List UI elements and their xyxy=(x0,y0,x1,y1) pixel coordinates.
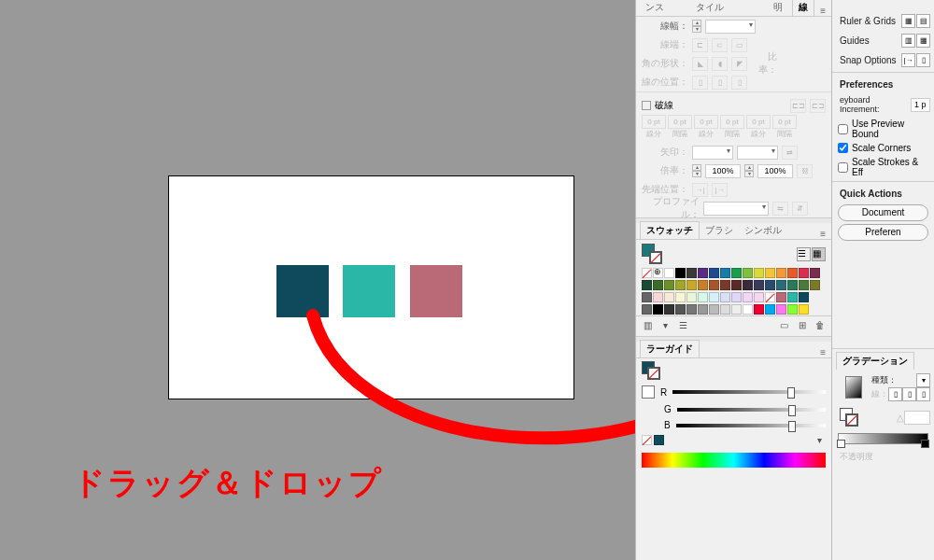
swatch[interactable] xyxy=(743,268,753,278)
tab-appearance[interactable]: アピアランス xyxy=(640,0,690,16)
swatch[interactable] xyxy=(698,280,708,290)
panel-menu-icon[interactable]: ≡ xyxy=(814,6,831,16)
swatch[interactable] xyxy=(810,280,820,290)
swatch[interactable] xyxy=(653,268,663,278)
swatch[interactable] xyxy=(731,280,742,290)
swatch[interactable] xyxy=(664,268,674,278)
chk-scale-strokes[interactable]: Scale Strokes & Eff xyxy=(832,155,934,179)
grid-toggle-icon[interactable]: ▤ xyxy=(916,14,930,28)
swatch[interactable] xyxy=(664,280,674,290)
swatch[interactable] xyxy=(642,268,652,278)
dash-input[interactable]: 0 pt xyxy=(642,115,666,129)
gradient-angle-input[interactable] xyxy=(904,411,930,425)
swatch[interactable] xyxy=(754,268,764,278)
swatch[interactable] xyxy=(765,268,775,278)
gradient-type-select[interactable]: ▾ xyxy=(916,373,930,387)
tab-swatches[interactable]: スウォッチ xyxy=(640,221,700,239)
swatch[interactable] xyxy=(686,292,697,302)
scale-a-stepper[interactable]: ▴▾ xyxy=(692,164,701,177)
swatch[interactable] xyxy=(720,280,730,290)
swatch[interactable] xyxy=(765,292,775,302)
swatch[interactable] xyxy=(642,280,652,290)
swatch[interactable] xyxy=(698,268,708,278)
grad-fill-stroke[interactable] xyxy=(840,408,858,427)
color-fill-stroke[interactable] xyxy=(642,361,660,380)
swatch[interactable] xyxy=(776,280,786,290)
swatch[interactable] xyxy=(720,304,730,315)
swatch[interactable] xyxy=(653,280,663,290)
align-inside-icon[interactable]: ▯ xyxy=(712,76,728,90)
hue-spectrum[interactable] xyxy=(642,453,826,468)
swatch[interactable] xyxy=(799,304,809,315)
gradient-preview[interactable] xyxy=(845,376,862,399)
corner-miter-icon[interactable]: ◣ xyxy=(692,57,708,71)
stroke-weight-stepper[interactable]: ▴▾ xyxy=(692,20,701,33)
swatch[interactable] xyxy=(743,292,753,302)
swatch[interactable] xyxy=(776,268,786,278)
dash-preserve-icon[interactable]: ⊏⊐ xyxy=(790,99,806,113)
grad-stroke-across-icon[interactable]: ▯ xyxy=(916,387,930,401)
tip-place-icon[interactable]: |→ xyxy=(712,183,728,197)
align-center-icon[interactable]: ▯ xyxy=(692,76,708,90)
guides-lock-icon[interactable]: ▦ xyxy=(916,34,930,48)
tab-gradient[interactable]: グラデーション xyxy=(836,352,914,370)
swatch[interactable] xyxy=(787,292,798,302)
swatch[interactable] xyxy=(709,268,719,278)
swatch[interactable] xyxy=(653,304,663,315)
swatch-list-view-icon[interactable]: ☰ xyxy=(797,247,811,261)
scale-b-input[interactable]: 100% xyxy=(757,164,793,178)
swatch[interactable] xyxy=(765,304,775,315)
swatch[interactable] xyxy=(787,280,798,290)
corner-bevel-icon[interactable]: ◤ xyxy=(731,57,747,71)
swatch[interactable] xyxy=(743,280,753,290)
new-color-group-icon[interactable]: ▭ xyxy=(778,320,790,332)
stroke-swatch[interactable] xyxy=(845,413,858,427)
dash-input[interactable]: 0 pt xyxy=(694,115,718,129)
color-none-swatch[interactable] xyxy=(642,435,652,445)
cap-round-icon[interactable]: ⊂ xyxy=(712,38,728,52)
fill-stroke-indicator[interactable] xyxy=(642,244,662,264)
swatch[interactable] xyxy=(698,292,708,302)
slider-r[interactable] xyxy=(672,390,826,394)
chk-scale-corners[interactable]: Scale Corners xyxy=(832,141,934,155)
guides-show-icon[interactable]: ▥ xyxy=(901,34,915,48)
swatch[interactable] xyxy=(675,268,686,278)
swatch-kind-menu-icon[interactable]: ▾ xyxy=(659,320,672,332)
color-current-swatch[interactable] xyxy=(654,435,664,445)
delete-swatch-icon[interactable]: 🗑 xyxy=(814,320,826,332)
swatch[interactable] xyxy=(642,304,652,315)
corner-round-icon[interactable]: ◖ xyxy=(712,57,728,71)
swatch[interactable] xyxy=(720,268,730,278)
swatch[interactable] xyxy=(686,268,697,278)
shape-square-2[interactable] xyxy=(343,265,395,317)
tab-brushes[interactable]: ブラシ xyxy=(700,222,739,239)
swatch[interactable] xyxy=(675,280,686,290)
grad-stroke-along-icon[interactable]: ▯ xyxy=(902,387,916,401)
profile-flip-v-icon[interactable]: ⇵ xyxy=(792,202,808,216)
stroke-weight-input[interactable] xyxy=(705,20,756,34)
artboard[interactable] xyxy=(168,175,574,399)
document-setup-button[interactable]: Document xyxy=(838,204,928,221)
swatch[interactable] xyxy=(664,292,674,302)
scale-a-input[interactable]: 100% xyxy=(705,164,741,178)
swatch[interactable] xyxy=(731,304,742,315)
tab-stroke[interactable]: 線 xyxy=(792,0,814,16)
swatch[interactable] xyxy=(799,280,809,290)
tab-graphic-styles[interactable]: グラフィックスタイル xyxy=(690,0,768,16)
swatch[interactable] xyxy=(754,304,764,315)
preferences-button[interactable]: Preferen xyxy=(838,224,928,241)
swatch-library-icon[interactable]: ▥ xyxy=(642,320,654,332)
swatch[interactable] xyxy=(709,304,719,315)
scale-b-stepper[interactable]: ▴▾ xyxy=(744,164,754,177)
new-swatch-icon[interactable]: ⊞ xyxy=(796,320,808,332)
swatch[interactable] xyxy=(810,268,820,278)
snap-point-icon[interactable]: |→ xyxy=(901,53,915,67)
stroke-swatch[interactable] xyxy=(647,367,660,380)
align-outside-icon[interactable]: ▯ xyxy=(731,76,747,90)
swatch[interactable] xyxy=(776,304,786,315)
dash-input[interactable]: 0 pt xyxy=(720,115,744,129)
swatch[interactable] xyxy=(731,292,742,302)
swatch[interactable] xyxy=(709,280,719,290)
swatch[interactable] xyxy=(743,304,753,315)
stroke-swatch[interactable] xyxy=(649,251,662,264)
